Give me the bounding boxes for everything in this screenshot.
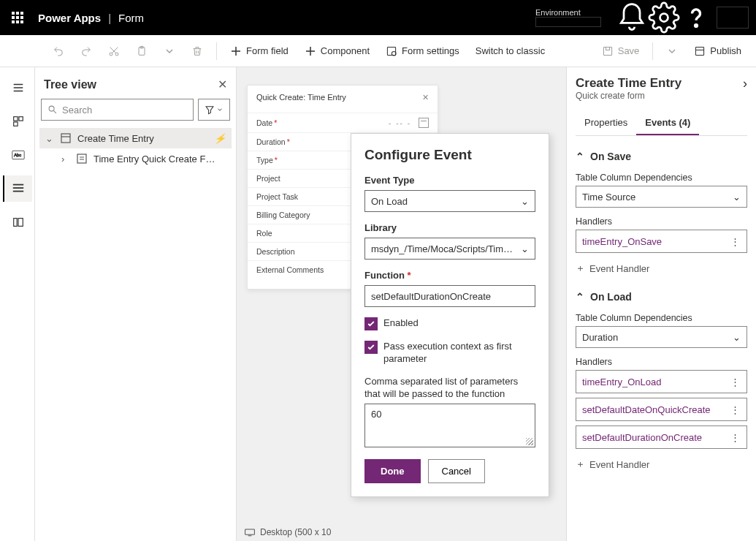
- redo-button[interactable]: [73, 41, 99, 61]
- svg-rect-21: [13, 122, 17, 126]
- filter-button[interactable]: [198, 99, 230, 121]
- rail-hamburger[interactable]: [3, 75, 32, 101]
- handler-onsave[interactable]: timeEntry_OnSave⋮: [576, 230, 747, 253]
- tree-item-create-time-entry[interactable]: ⌄ Create Time Entry ⚡: [39, 128, 232, 148]
- chevron-up-icon: ⌃: [576, 291, 584, 303]
- event-type-select[interactable]: On Load⌄: [364, 190, 535, 212]
- handler-onload-1[interactable]: timeEntry_OnLoad⋮: [576, 370, 747, 393]
- command-bar: Form field Component Form settings Switc…: [0, 35, 756, 67]
- add-handler-label: Event Handler: [589, 459, 649, 470]
- tab-properties[interactable]: Properties: [576, 111, 636, 135]
- rail-abc[interactable]: Abc: [3, 142, 32, 168]
- svg-rect-2: [20, 12, 23, 15]
- save-button[interactable]: Save: [595, 41, 647, 61]
- more-icon[interactable]: ⋮: [730, 432, 741, 443]
- rail-components[interactable]: [3, 108, 32, 135]
- save-label: Save: [618, 45, 640, 56]
- publish-button[interactable]: Publish: [687, 41, 749, 61]
- delete-button[interactable]: [184, 41, 210, 61]
- search-icon: [47, 105, 58, 115]
- user-avatar[interactable]: [717, 7, 749, 29]
- search-input[interactable]: Search: [41, 99, 194, 121]
- pipe: |: [108, 12, 111, 24]
- library-select[interactable]: msdyn_/Time/Moca/Scripts/Tim…⌄: [364, 238, 535, 260]
- publish-label: Publish: [710, 45, 741, 56]
- help-icon[interactable]: [680, 0, 712, 35]
- component-button[interactable]: Component: [297, 41, 377, 61]
- resize-handle[interactable]: [526, 438, 533, 445]
- undo-button[interactable]: [45, 41, 72, 61]
- more-icon[interactable]: ⋮: [730, 236, 741, 247]
- chevron-down-icon: ⌄: [521, 196, 529, 207]
- chevron-down-icon: ⌄: [45, 133, 54, 144]
- plus-icon: ＋: [576, 458, 585, 471]
- add-handler-onsave[interactable]: ＋Event Handler: [576, 257, 747, 285]
- select-value: msdyn_/Time/Moca/Scripts/Tim…: [371, 243, 513, 254]
- panel-subtitle: Quick create form: [576, 91, 681, 101]
- chevron-right-icon[interactable]: ›: [743, 76, 747, 91]
- params-label: Comma separated list of parameters that …: [364, 376, 535, 401]
- close-icon[interactable]: ✕: [218, 77, 227, 91]
- env-label: Environment: [535, 8, 601, 17]
- switch-classic-button[interactable]: Switch to classic: [468, 41, 552, 61]
- section-onload[interactable]: ⌃On Load: [576, 285, 747, 309]
- dep-select-onload[interactable]: Duration⌄: [576, 326, 747, 348]
- settings-icon[interactable]: [648, 0, 680, 35]
- save-chevron[interactable]: [659, 41, 685, 61]
- chevron-down-icon: ⌄: [733, 192, 741, 203]
- environment-picker[interactable]: Environment: [535, 8, 601, 27]
- divider: [216, 42, 217, 60]
- cancel-button[interactable]: Cancel: [428, 459, 485, 483]
- handler-onload-3[interactable]: setDefaultDurationOnCreate⋮: [576, 425, 747, 449]
- section-label: On Load: [590, 291, 632, 303]
- paste-chevron[interactable]: [156, 41, 183, 61]
- cut-button[interactable]: [101, 41, 127, 61]
- handler-onload-2[interactable]: setDefaultDateOnQuickCreate⋮: [576, 398, 747, 421]
- waffle-icon[interactable]: [3, 0, 32, 35]
- form-field-button[interactable]: Form field: [223, 41, 296, 61]
- add-handler-onload[interactable]: ＋Event Handler: [576, 453, 747, 481]
- chevron-down-icon: [216, 106, 224, 113]
- chevron-up-icon: ⌃: [576, 151, 584, 162]
- done-button[interactable]: Done: [364, 459, 421, 483]
- section-onsave[interactable]: ⌃On Save: [576, 145, 747, 168]
- tab-events[interactable]: Events (4): [636, 111, 699, 135]
- function-label: Function *: [364, 270, 535, 281]
- pass-context-checkbox[interactable]: [364, 341, 378, 354]
- rail-tree[interactable]: [3, 175, 32, 202]
- more-icon[interactable]: ⋮: [730, 404, 741, 415]
- header-title: Power Apps | Form: [32, 12, 150, 24]
- chevron-down-icon: ⌄: [733, 332, 741, 343]
- svg-rect-18: [696, 47, 704, 55]
- form-settings-button[interactable]: Form settings: [378, 41, 467, 61]
- svg-rect-28: [18, 219, 23, 227]
- params-textarea[interactable]: 60: [364, 404, 535, 447]
- panel-title: Create Time Entry: [576, 76, 681, 91]
- svg-rect-17: [603, 47, 611, 55]
- properties-panel: Create Time Entry Quick create form › Pr…: [566, 67, 756, 541]
- notification-icon[interactable]: [616, 0, 648, 35]
- handler-name: timeEntry_OnLoad: [582, 377, 661, 387]
- close-icon[interactable]: ✕: [422, 93, 429, 102]
- more-icon[interactable]: ⋮: [730, 377, 741, 387]
- lightning-icon: ⚡: [214, 133, 226, 144]
- tree-item-quick-create[interactable]: › Time Entry Quick Create F…: [39, 148, 232, 169]
- configure-event-dialog: Configure Event Event Type On Load⌄ Libr…: [351, 133, 549, 497]
- paste-button[interactable]: [129, 41, 155, 61]
- deps-label: Table Column Dependencies: [576, 173, 747, 183]
- svg-rect-19: [13, 117, 17, 121]
- rail-library[interactable]: [3, 209, 32, 235]
- tree-item-label: Time Entry Quick Create F…: [93, 154, 215, 164]
- component-label: Component: [321, 45, 370, 56]
- enabled-checkbox[interactable]: [364, 317, 378, 330]
- calendar-icon: [419, 118, 429, 128]
- handler-name: setDefaultDurationOnCreate: [582, 432, 702, 443]
- svg-rect-30: [61, 134, 70, 143]
- svg-rect-5: [20, 16, 23, 19]
- handler-name: setDefaultDateOnQuickCreate: [582, 404, 711, 415]
- field-date[interactable]: Date*- -- -: [248, 113, 438, 132]
- svg-point-9: [660, 14, 668, 22]
- function-input[interactable]: setDefaultDurationOnCreate: [364, 285, 535, 307]
- dep-select-onsave[interactable]: Time Source⌄: [576, 186, 747, 208]
- app-header: Power Apps | Form Environment: [0, 0, 756, 35]
